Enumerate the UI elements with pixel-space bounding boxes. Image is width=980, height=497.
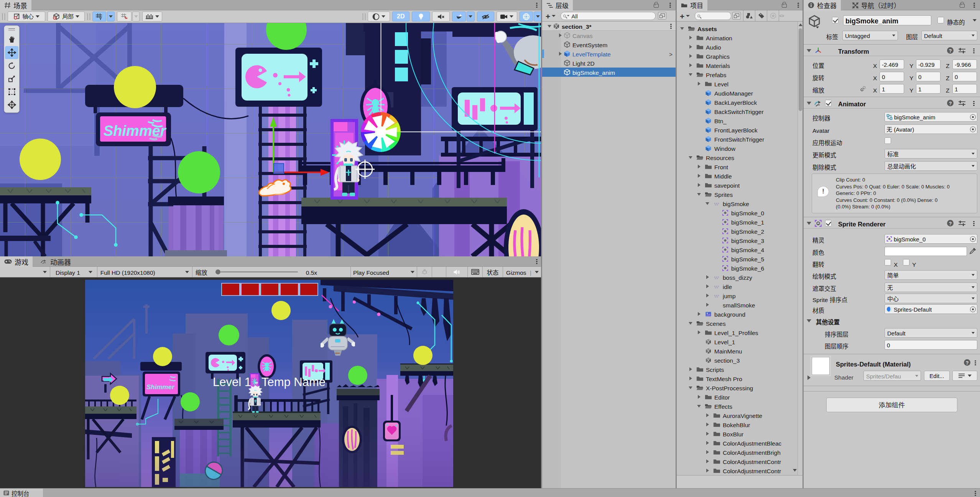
grid-snap-caret-button[interactable] bbox=[107, 12, 115, 21]
project-add-button[interactable]: + bbox=[680, 10, 690, 21]
divider-hierarchy-project[interactable] bbox=[676, 0, 677, 488]
transform-kebab-icon[interactable] bbox=[973, 48, 975, 54]
tool-settings-button[interactable] bbox=[142, 12, 162, 21]
grid-snap-button[interactable]: Y bbox=[92, 12, 106, 21]
tool-rotate[interactable] bbox=[5, 59, 18, 72]
transform-header[interactable]: Transform ? bbox=[804, 45, 980, 56]
tab-inspector[interactable]: 检查器 bbox=[804, 0, 841, 10]
scene-audio-button[interactable] bbox=[432, 12, 450, 21]
animator-presets-icon[interactable] bbox=[959, 101, 965, 106]
project-row-arrow[interactable] bbox=[688, 322, 693, 325]
add-component-button[interactable]: 添加组件 bbox=[826, 398, 957, 412]
project-tree-row[interactable]: idle bbox=[677, 282, 804, 291]
material-foldout[interactable] bbox=[807, 375, 811, 380]
tool-rect[interactable] bbox=[5, 85, 18, 98]
resolution-dropdown[interactable]: Full HD (1920x1080) bbox=[100, 268, 189, 276]
hierarchy-row[interactable]: bigSmoke_anim > bbox=[542, 68, 676, 77]
project-tree-row[interactable]: Graphics bbox=[677, 51, 804, 61]
effects-caret-button[interactable] bbox=[467, 12, 475, 21]
go-tag-dropdown[interactable]: Untagged bbox=[842, 31, 898, 40]
snap-increment-caret-button[interactable] bbox=[132, 12, 140, 21]
apply-root-motion-checkbox[interactable] bbox=[885, 137, 891, 144]
position-y-field[interactable]: -0.929 bbox=[916, 59, 941, 69]
scale-x-field[interactable]: 1 bbox=[880, 84, 904, 94]
sprite-renderer-kebab-icon[interactable] bbox=[973, 220, 975, 227]
project-tree-row[interactable]: bigSmoke_3 bbox=[677, 236, 804, 245]
project-tree-row[interactable]: Middle bbox=[677, 171, 804, 180]
gizmos-toggle-button[interactable] bbox=[520, 12, 533, 21]
project-tree-row[interactable]: AudioManager bbox=[677, 88, 804, 97]
sort-point-dropdown[interactable]: 中心 bbox=[885, 294, 977, 303]
project-row-arrow[interactable] bbox=[688, 63, 693, 67]
hierarchy-row[interactable]: Canvas > bbox=[542, 31, 676, 40]
project-tree-row[interactable]: Btn_ bbox=[677, 116, 804, 125]
sprite-pick-icon[interactable] bbox=[970, 236, 976, 242]
project-tree-row[interactable]: BackLayerBlock bbox=[677, 97, 804, 107]
material-list-button[interactable] bbox=[952, 371, 977, 381]
project-row-arrow[interactable] bbox=[688, 45, 693, 49]
project-search-input[interactable] bbox=[695, 12, 731, 20]
project-tree-row[interactable]: Resources bbox=[677, 153, 804, 162]
project-row-arrow[interactable] bbox=[688, 367, 693, 371]
scale-slider-track[interactable] bbox=[220, 271, 298, 272]
project-row-arrow[interactable] bbox=[705, 413, 710, 417]
go-static-checkbox[interactable] bbox=[937, 17, 944, 23]
rotation-x-field[interactable]: 0 bbox=[880, 72, 904, 81]
tab-animator[interactable]: 动画器 bbox=[36, 256, 75, 267]
project-tree-row[interactable]: TextMesh Pro bbox=[677, 374, 804, 383]
snap-increment-button[interactable] bbox=[117, 12, 132, 21]
project-row-arrow[interactable] bbox=[688, 156, 693, 159]
project-row-arrow[interactable] bbox=[688, 73, 693, 76]
tool-transform[interactable] bbox=[5, 98, 18, 111]
project-filter-type-button[interactable] bbox=[743, 13, 755, 19]
project-row-arrow[interactable] bbox=[705, 441, 710, 445]
project-row-arrow[interactable] bbox=[696, 165, 702, 168]
project-tree-row[interactable]: bigSmoke_5 bbox=[677, 254, 804, 263]
sprite-renderer-help-icon[interactable]: ? bbox=[947, 220, 954, 226]
project-tree-row[interactable]: BackSwitchTrigger bbox=[677, 107, 804, 116]
hierarchy-row[interactable]: EventSystem > bbox=[542, 40, 676, 49]
shading-mode-button[interactable] bbox=[368, 12, 390, 21]
project-row-arrow[interactable] bbox=[705, 303, 710, 307]
hierarchy-row[interactable]: Light 2D > bbox=[542, 58, 676, 68]
material-pick-icon[interactable] bbox=[970, 306, 976, 312]
project-row-arrow[interactable] bbox=[696, 193, 702, 196]
animator-kebab-icon[interactable] bbox=[973, 100, 975, 107]
gizmos-caret-button[interactable] bbox=[534, 12, 542, 21]
go-active-checkbox[interactable] bbox=[832, 17, 839, 23]
shader-edit-button[interactable]: Edit... bbox=[924, 371, 950, 381]
inspector-lock-icon[interactable] bbox=[960, 4, 965, 8]
project-tree-row[interactable]: boss_dizzy bbox=[677, 272, 804, 282]
handle-rotation-button[interactable]: 局部 bbox=[48, 12, 84, 21]
eyedropper-icon[interactable] bbox=[969, 248, 976, 254]
camera-settings-button[interactable] bbox=[497, 12, 518, 21]
project-eye-button[interactable] bbox=[779, 13, 784, 19]
color-swatch[interactable] bbox=[885, 247, 967, 256]
effects-button[interactable] bbox=[452, 12, 466, 21]
frame-debugger-button[interactable] bbox=[417, 269, 432, 275]
transform-foldout[interactable] bbox=[807, 49, 811, 52]
tool-scale[interactable] bbox=[5, 72, 18, 85]
animator-enabled-checkbox[interactable] bbox=[825, 100, 832, 106]
culling-mode-dropdown[interactable]: 总是动画化 bbox=[885, 161, 977, 171]
project-row-arrow[interactable] bbox=[696, 82, 702, 86]
project-scroll-down-arrow[interactable] bbox=[793, 469, 797, 472]
project-tree-row[interactable]: Window bbox=[677, 144, 804, 153]
hierarchy-picker-button[interactable] bbox=[658, 12, 666, 20]
project-row-arrow[interactable] bbox=[679, 27, 685, 30]
go-layer-dropdown[interactable]: Default bbox=[921, 31, 977, 40]
project-tree-row[interactable]: Level bbox=[677, 79, 804, 88]
avatar-field[interactable]: 无 (Avatar) bbox=[885, 124, 977, 134]
tab-scene[interactable]: 场景 bbox=[0, 0, 31, 10]
hierarchy-row-arrow[interactable] bbox=[557, 33, 563, 37]
project-tree-row[interactable]: Level_1_Profiles bbox=[677, 328, 804, 337]
project-row-arrow[interactable] bbox=[696, 395, 702, 399]
go-static-caret[interactable] bbox=[973, 19, 977, 21]
transform-presets-icon[interactable] bbox=[959, 48, 965, 53]
project-tree-row[interactable]: Materials bbox=[677, 61, 804, 70]
project-row-arrow[interactable] bbox=[696, 330, 702, 334]
pivot-mode-button[interactable]: 轴心 bbox=[8, 12, 45, 21]
project-row-arrow[interactable] bbox=[696, 312, 702, 316]
project-row-arrow[interactable] bbox=[688, 36, 693, 40]
scale-slider-knob[interactable] bbox=[215, 269, 220, 274]
